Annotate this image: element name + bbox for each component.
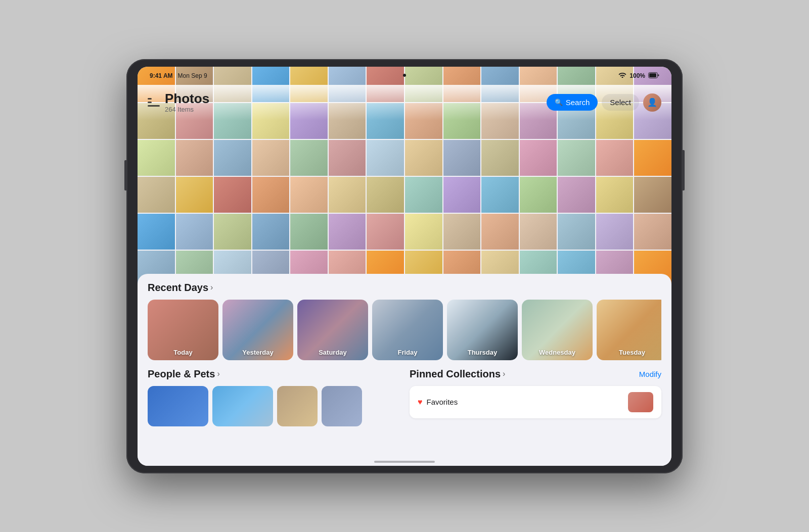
photo-cell[interactable] <box>252 214 290 250</box>
photo-cell[interactable] <box>405 140 442 176</box>
people-card[interactable] <box>148 386 208 426</box>
photo-cell[interactable] <box>252 177 290 213</box>
photo-cell[interactable] <box>214 140 251 176</box>
photo-cell[interactable] <box>252 140 290 176</box>
heart-icon: ♥ <box>418 398 423 407</box>
ipad-screen: 9:41 AM Mon Sep 9 100% <box>138 67 671 466</box>
photo-cell[interactable] <box>138 214 175 250</box>
photo-cell[interactable] <box>634 177 671 213</box>
camera-dot <box>403 74 406 77</box>
photo-cell[interactable] <box>367 177 404 213</box>
day-card-today[interactable]: Today <box>148 300 218 360</box>
recent-days-title: Recent Days <box>148 282 208 294</box>
photo-cell[interactable] <box>290 140 328 176</box>
status-date: Mon Sep 9 <box>178 72 207 79</box>
day-card-tuesday[interactable]: Tuesday <box>597 300 661 360</box>
photo-cell[interactable] <box>290 177 328 213</box>
battery-percentage: 100% <box>630 72 645 79</box>
photo-cell[interactable] <box>367 214 404 250</box>
day-label: Today <box>148 349 218 356</box>
select-button[interactable]: Select <box>602 94 639 111</box>
people-pets-header: People & Pets › <box>148 368 399 380</box>
photo-cell[interactable] <box>558 140 595 176</box>
people-pets-title: People & Pets <box>148 368 215 380</box>
people-pets-chevron[interactable]: › <box>217 369 219 378</box>
photo-cell[interactable] <box>596 177 634 213</box>
day-card-thursday[interactable]: Thursday <box>447 300 518 360</box>
photo-cell[interactable] <box>367 140 404 176</box>
photo-cell[interactable] <box>405 177 442 213</box>
photo-cell[interactable] <box>520 140 557 176</box>
modify-button[interactable]: Modify <box>639 370 661 378</box>
app-title-block: Photos 264 Items <box>165 91 209 114</box>
people-card[interactable] <box>277 386 318 426</box>
day-label: Yesterday <box>222 349 293 356</box>
photo-cell[interactable] <box>443 177 481 213</box>
photo-cell[interactable] <box>481 214 519 250</box>
photo-cell[interactable] <box>481 177 519 213</box>
day-card-wednesday[interactable]: Wednesday <box>522 300 593 360</box>
photo-cell[interactable] <box>634 140 671 176</box>
photo-cell[interactable] <box>558 214 595 250</box>
people-scroll <box>148 386 399 426</box>
ipad-device: 9:41 AM Mon Sep 9 100% <box>126 59 683 473</box>
day-card-yesterday[interactable]: Yesterday <box>222 300 293 360</box>
photo-cell[interactable] <box>176 177 213 213</box>
search-icon: 🔍 <box>555 99 563 106</box>
day-card-saturday[interactable]: Saturday <box>297 300 368 360</box>
pinned-collections-chevron[interactable]: › <box>503 369 505 378</box>
days-scroll[interactable]: TodayYesterdaySaturdayFridayThursdayWedn… <box>148 300 661 364</box>
item-count: 264 Items <box>165 106 209 113</box>
app-title: Photos <box>165 91 209 106</box>
battery-icon <box>648 71 659 80</box>
day-label: Tuesday <box>597 349 661 356</box>
photo-cell[interactable] <box>558 177 595 213</box>
pinned-collections-section: Pinned Collections › Modify ♥ Favorites <box>410 368 661 426</box>
pinned-collections-header: Pinned Collections › Modify <box>410 368 661 380</box>
photo-cell[interactable] <box>443 214 481 250</box>
header-overlay: Photos 264 Items 🔍 Search Select 👤 <box>138 85 671 120</box>
favorites-card-title: Favorites <box>427 398 458 406</box>
photo-cell[interactable] <box>290 214 328 250</box>
status-time: 9:41 AM <box>150 72 173 79</box>
photo-cell[interactable] <box>634 214 671 250</box>
wifi-icon <box>618 72 626 79</box>
bottom-area: Recent Days › TodayYesterdaySaturdayFrid… <box>138 274 671 466</box>
people-card[interactable] <box>322 386 362 426</box>
photo-cell[interactable] <box>520 214 557 250</box>
photo-cell[interactable] <box>443 140 481 176</box>
photo-cell[interactable] <box>596 214 634 250</box>
avatar-button[interactable]: 👤 <box>643 93 661 112</box>
recent-days-chevron[interactable]: › <box>210 283 213 292</box>
photo-cell[interactable] <box>176 140 213 176</box>
photo-cell[interactable] <box>176 214 213 250</box>
header-left: Photos 264 Items <box>148 91 209 114</box>
pinned-collections-title-group: Pinned Collections › <box>410 368 505 380</box>
photo-cell[interactable] <box>329 177 366 213</box>
photo-cell[interactable] <box>405 214 442 250</box>
photo-cell[interactable] <box>329 214 366 250</box>
search-button[interactable]: 🔍 Search <box>547 94 598 111</box>
photo-cell[interactable] <box>138 177 175 213</box>
photo-cell[interactable] <box>596 140 634 176</box>
photo-cell[interactable] <box>214 177 251 213</box>
two-col-section: People & Pets › Pinned Collections <box>148 368 661 426</box>
photo-cell[interactable] <box>329 140 366 176</box>
favorites-card-left: ♥ Favorites <box>418 398 458 407</box>
sidebar-icon[interactable] <box>148 98 160 107</box>
people-card[interactable] <box>212 386 273 426</box>
select-label: Select <box>610 98 631 107</box>
day-label: Thursday <box>447 349 518 356</box>
favorites-card[interactable]: ♥ Favorites <box>410 386 661 418</box>
pinned-collections-title: Pinned Collections <box>410 368 501 380</box>
day-label: Saturday <box>297 349 368 356</box>
status-right: 100% <box>618 71 659 80</box>
day-card-friday[interactable]: Friday <box>372 300 443 360</box>
search-label: Search <box>566 98 590 107</box>
recent-days-header: Recent Days › <box>148 282 661 294</box>
photo-cell[interactable] <box>520 177 557 213</box>
people-pets-section: People & Pets › <box>148 368 399 426</box>
photo-cell[interactable] <box>138 140 175 176</box>
photo-cell[interactable] <box>481 140 519 176</box>
photo-cell[interactable] <box>214 214 251 250</box>
